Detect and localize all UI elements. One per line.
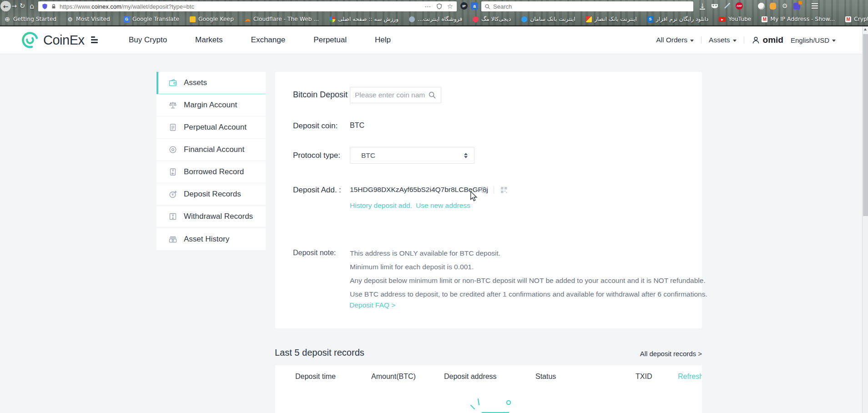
ip-extension-icon[interactable]: IP	[460, 2, 468, 10]
pen-extension-icon[interactable]	[723, 2, 731, 10]
sidebar-item-perpetual-account[interactable]: Perpetual Account	[156, 116, 266, 139]
privacy-extension-icon[interactable]	[758, 3, 765, 10]
assets-dropdown[interactable]: Assets	[709, 36, 737, 44]
coinex-logo[interactable]: CoinEx	[21, 31, 85, 49]
sidebar-item-deposit-records[interactable]: ¥ Deposit Records	[156, 183, 266, 206]
tracking-shield-icon[interactable]	[436, 3, 442, 10]
nav-buy-crypto[interactable]: Buy Crypto	[129, 35, 167, 45]
translate-icon: G	[124, 16, 130, 22]
coin-search-box[interactable]	[350, 87, 441, 103]
banknote-icon	[168, 235, 177, 244]
bookmark-getting-started[interactable]: ⊕ Getting Started	[4, 16, 56, 22]
settings-gear-icon[interactable]: ⚙	[781, 2, 788, 10]
orange-extension-icon[interactable]	[770, 3, 776, 10]
history-deposit-address-link[interactable]: History deposit add.	[350, 201, 412, 210]
sidebar-item-borrowed-record[interactable]: ¥ Borrowed Record	[156, 161, 266, 183]
bookmark-google-translate[interactable]: G Google Translate	[124, 16, 179, 22]
brand-name: CoinEx	[43, 33, 85, 48]
records-table: Deposit time Amount(BTC) Deposit address…	[275, 365, 702, 413]
bookmark-my-ip[interactable]: M My IP Address - Show...	[762, 16, 835, 22]
copy-icon[interactable]	[479, 186, 488, 194]
url-bar[interactable]: https://www.coinex.com/my/wallet/deposit…	[38, 1, 457, 11]
svg-text:¥: ¥	[172, 192, 174, 197]
deposit-faq-link[interactable]: Deposit FAQ >	[349, 301, 395, 309]
browser-search-bar[interactable]	[481, 1, 693, 11]
qr-code-icon[interactable]	[500, 186, 508, 194]
list-menu-icon[interactable]	[91, 36, 98, 43]
browser-chrome: ← → ↻ ⌂ https://www.coinex.com/my/wallet…	[0, 0, 868, 26]
bookmark-cryptocurrency[interactable]: M Cryptocurrency Marke...	[845, 16, 868, 22]
bookmark-google-keep[interactable]: Google Keep	[190, 16, 234, 22]
bookmark-shop[interactable]: فروشگاه اینترنت...	[409, 16, 462, 22]
col-deposit-address: Deposit address	[444, 373, 497, 381]
chevron-down-icon	[690, 40, 694, 42]
bookmark-most-visited[interactable]: ⚙ Most Visited	[67, 16, 110, 22]
scroll-up-arrow-icon[interactable]	[864, 28, 867, 30]
bookmark-digikala-mag[interactable]: دیجی‌کالا مگ	[473, 16, 511, 22]
bookmark-cloudflare[interactable]: ☁ Cloudflare - The Web ...	[244, 16, 319, 22]
deposit-coin-value: BTC	[350, 121, 364, 130]
note-line: This address is ONLY available for BTC d…	[350, 247, 707, 260]
purple-extension-icon[interactable]	[793, 3, 800, 10]
protocol-select[interactable]: BTC	[350, 147, 474, 164]
refresh-link[interactable]: Refresh	[678, 373, 702, 381]
username: omid	[763, 35, 783, 45]
protocol-type-label: Protocol type:	[293, 151, 340, 160]
divider	[744, 36, 744, 44]
url-text[interactable]: https://www.coinex.com/my/wallet/deposit…	[60, 3, 422, 10]
all-deposit-records-link[interactable]: All deposit records >	[640, 350, 702, 358]
user-menu[interactable]: omid	[752, 35, 783, 45]
bookmark-bank-ansar[interactable]: اینترنت بانک انصار	[586, 16, 637, 22]
contract-icon	[168, 123, 177, 132]
header-account-area: All Orders Assets omid English/USD	[656, 26, 836, 54]
page-title: Bitcoin Deposit	[293, 90, 348, 100]
nav-markets[interactable]: Markets	[195, 35, 222, 45]
page-scrollbar[interactable]	[862, 26, 868, 413]
main-nav: Buy Crypto Markets Exchange Perpetual He…	[129, 26, 391, 54]
scrollbar-thumb[interactable]	[863, 34, 868, 216]
downloads-icon[interactable]: ↓	[699, 2, 706, 10]
back-button[interactable]: ←	[0, 1, 11, 11]
target-circle-icon	[168, 145, 177, 154]
svg-text:¥: ¥	[172, 169, 174, 173]
site-icon	[329, 16, 335, 22]
keep-icon	[190, 16, 196, 22]
nav-exchange[interactable]: Exchange	[251, 35, 286, 45]
adblock-plus-icon[interactable]: ABP	[736, 2, 743, 10]
bookmark-star-icon[interactable]: ☆	[447, 2, 453, 10]
menu-hamburger-icon[interactable]	[812, 3, 818, 9]
bookmark-varzesh3[interactable]: ورزش سه :: صفحه اصلی	[329, 16, 399, 22]
reload-button[interactable]: ↻	[18, 2, 26, 10]
locale-dropdown[interactable]: English/USD	[791, 36, 836, 44]
coinex-logo-icon	[21, 31, 39, 49]
col-deposit-time: Deposit time	[295, 373, 336, 381]
bookmark-free-software[interactable]: S دانلود رایگان نرم افزار	[647, 16, 709, 22]
bookmark-youtube[interactable]: ▶ YouTube	[719, 16, 751, 22]
site-icon	[586, 16, 592, 22]
note-line: Use BTC address to deposit, to be credit…	[350, 287, 707, 301]
sidebar-item-withdrawal-records[interactable]: ¥ Withdrawal Records	[156, 206, 266, 228]
sidebar-item-margin-account[interactable]: Margin Account	[156, 94, 266, 116]
sidebar-item-assets[interactable]: Assets	[156, 72, 266, 94]
use-new-address-link[interactable]: Use new address	[416, 201, 470, 210]
coin-search-input[interactable]	[355, 91, 425, 99]
all-orders-dropdown[interactable]: All Orders	[656, 36, 694, 44]
browser-search-input[interactable]	[493, 3, 690, 10]
divider	[494, 186, 494, 194]
nav-perpetual[interactable]: Perpetual	[313, 35, 347, 45]
sidebar-item-asset-history[interactable]: Asset History	[156, 228, 266, 250]
forward-button[interactable]: →	[10, 2, 18, 10]
withdraw-box-icon: ¥	[168, 212, 177, 221]
scales-icon	[168, 101, 177, 110]
home-button[interactable]: ⌂	[28, 2, 36, 10]
sidebar-item-financial-account[interactable]: Financial Account	[156, 139, 266, 161]
page-actions-icon[interactable]: ⋯	[425, 3, 431, 10]
nav-help[interactable]: Help	[375, 35, 391, 45]
bookmark-bank-saman[interactable]: اینترنت بانک سامان	[521, 16, 575, 22]
divider	[701, 36, 701, 44]
permissions-shield-icon[interactable]	[42, 3, 48, 10]
extension-badge	[798, 1, 802, 5]
mask-extension-icon[interactable]	[711, 2, 718, 10]
cloud-icon: ☁	[244, 16, 251, 22]
a-extension-icon[interactable]: a	[471, 2, 478, 10]
